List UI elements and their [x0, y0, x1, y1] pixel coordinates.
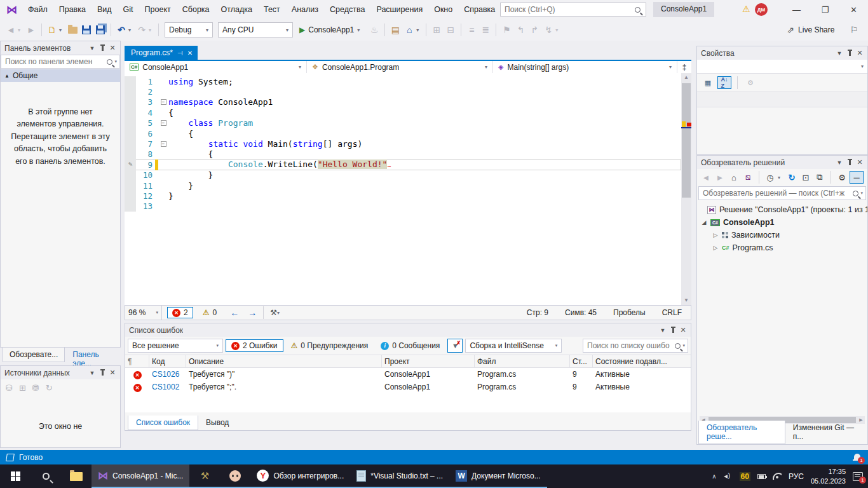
menu-item[interactable]: Анализ [286, 3, 324, 17]
tree-node-project[interactable]: ◢ C# ConsoleApp1 [697, 216, 867, 229]
col-description[interactable]: Описание [186, 355, 382, 367]
task-word[interactable]: W Документ Microso... [449, 464, 547, 488]
tree-node-solution[interactable]: ⋈ Решение "ConsoleApp1" (проекты: 1 из 1… [697, 203, 867, 216]
expanded-icon[interactable]: ◢ [701, 219, 707, 226]
menu-item[interactable]: Проект [139, 3, 177, 17]
live-share-label[interactable]: Live Share [798, 25, 834, 34]
nav-project-dropdown[interactable]: C# ConsoleApp1▾ [125, 61, 307, 73]
prev-issue-icon[interactable]: ← [230, 308, 239, 318]
pin-icon[interactable]: ⊣ [177, 50, 183, 57]
categorized-icon[interactable]: ▦ [701, 76, 715, 89]
quick-search-input[interactable] [501, 5, 635, 14]
property-pages-icon[interactable]: ⚙ [743, 76, 757, 89]
new-file-icon[interactable]: 🗋 [45, 23, 59, 37]
tab-server-explorer[interactable]: Обозревате... [3, 348, 65, 362]
solution-search-box[interactable]: ▾ [698, 186, 866, 200]
data-sources-header[interactable]: Источники данных ▼ ✕ [1, 366, 120, 379]
forward-icon[interactable]: ► [714, 171, 726, 184]
code-line[interactable]: 8 { [125, 149, 681, 159]
solution-explorer-toolbar-icon[interactable]: ⌂ [402, 23, 416, 37]
warnings-filter-button[interactable]: ⚠ 0 Предупреждения [286, 340, 374, 351]
next-bookmark-icon[interactable]: ↱ [527, 23, 541, 37]
editor-vertical-scrollbar[interactable]: ▲ ▼ [681, 73, 691, 305]
col-severity[interactable]: ¶ [125, 355, 149, 367]
code-line[interactable]: 2 [125, 86, 681, 97]
solution-explorer-header[interactable]: Обозреватель решений ▼ ✕ [697, 156, 867, 169]
window-position-icon[interactable]: ▼ [834, 158, 844, 168]
show-all-files-icon[interactable]: ─ [850, 171, 864, 184]
bookmark-icon[interactable]: ⚑ [499, 23, 513, 37]
pin-icon[interactable] [668, 325, 678, 336]
tab-git-changes[interactable]: Изменения Git — п... [785, 421, 867, 444]
task-game[interactable] [220, 464, 250, 488]
code-line[interactable]: 7− static void Main(string[] args) [125, 139, 681, 149]
breakpoint-margin[interactable] [125, 139, 136, 149]
tab-error-list[interactable]: Список ошибок [128, 416, 198, 430]
navigate-back-icon[interactable]: ◄ [4, 23, 18, 37]
code-editor[interactable]: 1using System;23−namespace ConsoleApp14{… [125, 73, 691, 305]
toolbox-search-input[interactable] [5, 57, 107, 66]
edit-data-source-icon[interactable]: ⊞ [19, 383, 26, 393]
pending-changes-dropdown-icon[interactable]: ▾ [778, 175, 784, 180]
code-line[interactable]: 13 [125, 201, 681, 212]
quick-search-box[interactable] [500, 3, 646, 17]
toolbar-overflow-icon[interactable]: ▾ [416, 27, 423, 33]
menu-item[interactable]: Правка [53, 3, 92, 17]
collapsed-icon[interactable]: ▷ [712, 245, 719, 251]
close-button[interactable]: ✕ [839, 0, 868, 19]
breakpoint-margin[interactable] [125, 128, 136, 139]
window-position-icon[interactable]: ▼ [87, 43, 97, 53]
comment-icon[interactable]: ⊞ [430, 23, 444, 37]
pending-changes-icon[interactable]: ◷ [764, 171, 776, 184]
prev-bookmark-icon[interactable]: ↰ [513, 23, 527, 37]
refresh-icon[interactable]: ↻ [785, 171, 798, 184]
indent-icon[interactable]: ≡ [465, 23, 478, 37]
volume-icon[interactable] [724, 473, 733, 480]
menu-item[interactable]: Расширения [370, 3, 428, 17]
fold-collapse-icon[interactable]: − [158, 141, 168, 147]
task-tools-app[interactable]: ⚒ [189, 464, 220, 488]
breakpoint-margin[interactable] [125, 107, 136, 118]
redo-icon[interactable]: ↷ [135, 23, 149, 37]
next-issue-icon[interactable]: → [248, 308, 257, 318]
solution-search-input[interactable] [703, 189, 853, 198]
breakpoint-margin[interactable] [125, 201, 136, 212]
new-file-dropdown-icon[interactable]: ▾ [59, 27, 65, 33]
properties-object-dropdown[interactable]: ▾ [697, 60, 867, 74]
open-file-icon[interactable] [65, 23, 79, 37]
collapsed-icon[interactable]: ▷ [712, 232, 719, 238]
language-indicator[interactable]: РУС [789, 472, 804, 481]
scroll-down-icon[interactable]: ▼ [681, 296, 691, 305]
breakpoint-margin[interactable] [125, 170, 136, 180]
back-icon[interactable]: ◄ [700, 171, 712, 184]
task-visual-studio[interactable]: ⋈ ConsoleApp1 - Mic... [92, 464, 189, 488]
code-line[interactable]: 11 } [125, 180, 681, 191]
col-file[interactable]: Файл [475, 355, 570, 367]
collapse-all-icon[interactable]: ⧉ [813, 171, 826, 184]
clear-bookmarks-icon[interactable]: ↯ [541, 23, 555, 37]
status-spaces[interactable]: Пробелы [613, 308, 646, 317]
add-data-source-icon[interactable]: ⛁ [6, 383, 13, 393]
action-center-icon[interactable]: 1 [853, 472, 863, 481]
nav-member-dropdown[interactable]: ◈ Main(string[] args)▾ [493, 61, 677, 73]
error-list-header[interactable]: Список ошибок ▼ ✕ [125, 323, 691, 337]
task-notepad[interactable]: *Visual Studio.txt – ... [350, 464, 449, 488]
properties-wrench-icon[interactable]: ⚙ [836, 171, 848, 184]
toolbox-header[interactable]: Панель элементов ▼ ✕ [1, 41, 120, 55]
code-line[interactable]: 6 { [125, 128, 681, 139]
breakpoint-margin[interactable] [125, 149, 136, 159]
menu-item[interactable]: Файл [22, 3, 53, 17]
pin-icon[interactable] [97, 368, 107, 378]
breakpoint-margin[interactable] [125, 97, 136, 107]
breakpoint-margin[interactable] [125, 76, 136, 86]
save-icon[interactable] [79, 23, 93, 37]
tab-solution-explorer[interactable]: Обозреватель реше... [698, 421, 785, 444]
code-cleanup-dropdown-icon[interactable]: ▾ [277, 310, 283, 316]
errors-filter-button[interactable]: ✕ 2 Ошибки [226, 339, 283, 352]
tray-expand-icon[interactable]: ∧ [712, 473, 716, 480]
window-position-icon[interactable]: ▼ [834, 48, 844, 58]
task-yandex-browser[interactable]: Y Обзор интегриров... [250, 464, 350, 488]
close-icon[interactable]: ✕ [107, 368, 118, 378]
alphabetical-sort-icon[interactable]: A↓Z [717, 76, 731, 89]
feedback-icon[interactable]: ⚐ [850, 25, 858, 35]
